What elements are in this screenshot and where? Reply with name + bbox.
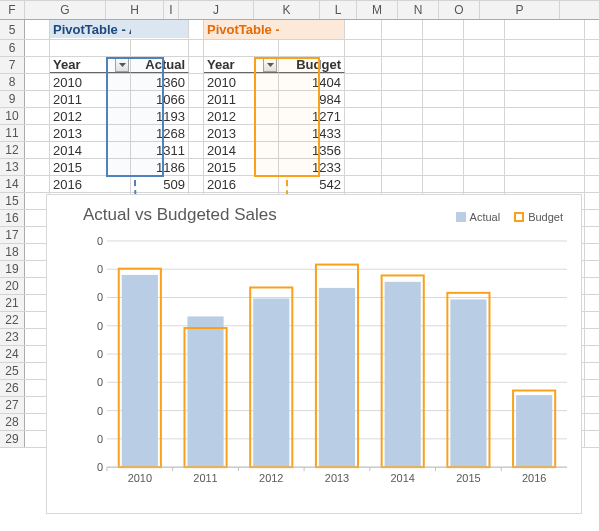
cell[interactable]: 1066 [131, 91, 189, 107]
col-header-M[interactable]: M [357, 1, 398, 19]
cell[interactable] [505, 159, 585, 175]
cell[interactable] [423, 74, 464, 90]
cell[interactable] [345, 74, 382, 90]
row-header[interactable]: 19 [0, 261, 25, 277]
cell[interactable] [423, 108, 464, 124]
cell[interactable]: 2012 [204, 108, 279, 124]
cell[interactable] [25, 176, 50, 192]
cell[interactable] [189, 159, 204, 175]
cell[interactable] [189, 91, 204, 107]
cell[interactable] [505, 40, 585, 56]
cell[interactable] [464, 159, 505, 175]
cell[interactable] [189, 142, 204, 158]
cell[interactable]: 1268 [131, 125, 189, 141]
cell[interactable] [345, 142, 382, 158]
header-year-b[interactable]: Year [204, 57, 279, 73]
cell[interactable]: 1233 [279, 159, 345, 175]
cell[interactable] [189, 176, 204, 192]
cell[interactable]: 2015 [204, 159, 279, 175]
cell[interactable] [423, 159, 464, 175]
cell[interactable] [279, 20, 345, 39]
cell[interactable] [189, 57, 204, 73]
col-header-F[interactable]: F [0, 1, 25, 19]
cell[interactable] [189, 20, 204, 39]
cell[interactable] [25, 40, 50, 56]
cell[interactable] [25, 125, 50, 141]
cell[interactable] [423, 176, 464, 192]
col-header-I[interactable]: I [164, 1, 179, 19]
cell[interactable] [382, 108, 423, 124]
row-header[interactable]: 13 [0, 159, 25, 175]
cell[interactable] [505, 142, 585, 158]
cell[interactable] [131, 40, 189, 56]
cell[interactable] [25, 91, 50, 107]
cell[interactable] [189, 74, 204, 90]
cell[interactable] [505, 125, 585, 141]
cell[interactable]: 984 [279, 91, 345, 107]
row-header[interactable]: 27 [0, 397, 25, 413]
cell[interactable] [464, 57, 505, 73]
row-header[interactable]: 26 [0, 380, 25, 396]
row-header[interactable]: 10 [0, 108, 25, 124]
cell[interactable]: 2012 [50, 108, 131, 124]
cell[interactable]: 1404 [279, 74, 345, 90]
cell[interactable] [505, 57, 585, 73]
cell[interactable] [25, 108, 50, 124]
cell[interactable]: 1360 [131, 74, 189, 90]
filter-dropdown-icon[interactable] [263, 58, 277, 72]
cell[interactable] [464, 74, 505, 90]
cell[interactable] [505, 108, 585, 124]
pivot-title-actual[interactable]: PivotTable - Actual [50, 20, 131, 39]
cell[interactable] [345, 91, 382, 107]
cell[interactable] [505, 74, 585, 90]
pivot-title-budget[interactable]: PivotTable - Budget [204, 20, 279, 39]
row-header[interactable]: 6 [0, 40, 25, 56]
cell[interactable] [25, 159, 50, 175]
cell[interactable] [423, 91, 464, 107]
col-header-P[interactable]: P [480, 1, 560, 19]
cell[interactable] [382, 91, 423, 107]
cell[interactable] [50, 40, 131, 56]
cell[interactable] [345, 57, 382, 73]
row-header[interactable]: 24 [0, 346, 25, 362]
row-header[interactable]: 25 [0, 363, 25, 379]
cell[interactable] [505, 20, 585, 39]
col-header-L[interactable]: L [320, 1, 357, 19]
cell[interactable] [189, 108, 204, 124]
col-header-K[interactable]: K [254, 1, 320, 19]
cell[interactable]: 542 [279, 176, 345, 192]
cell[interactable]: 1186 [131, 159, 189, 175]
cell[interactable] [464, 91, 505, 107]
header-budget[interactable]: Budget [279, 57, 345, 73]
cell[interactable]: 1271 [279, 108, 345, 124]
cell[interactable] [464, 142, 505, 158]
cell[interactable] [345, 125, 382, 141]
chart-container[interactable]: Actual vs Budgeted Sales Actual Budget 0… [46, 194, 582, 514]
row-header[interactable]: 15 [0, 193, 25, 209]
cell[interactable]: 1433 [279, 125, 345, 141]
cell[interactable] [345, 20, 382, 39]
row-header[interactable]: 23 [0, 329, 25, 345]
cell[interactable] [345, 159, 382, 175]
cell[interactable] [505, 91, 585, 107]
row-header[interactable]: 22 [0, 312, 25, 328]
cell[interactable]: 2016 [50, 176, 131, 192]
cell[interactable]: 509 [131, 176, 189, 192]
cell[interactable] [382, 142, 423, 158]
row-header[interactable]: 12 [0, 142, 25, 158]
row-header[interactable]: 9 [0, 91, 25, 107]
cell[interactable] [382, 57, 423, 73]
cell[interactable] [189, 125, 204, 141]
cell[interactable] [464, 125, 505, 141]
header-actual[interactable]: Actual [131, 57, 189, 73]
cell[interactable] [204, 40, 279, 56]
col-header-J[interactable]: J [179, 1, 254, 19]
cell[interactable]: 2015 [50, 159, 131, 175]
row-header[interactable]: 21 [0, 295, 25, 311]
row-header[interactable]: 18 [0, 244, 25, 260]
cell[interactable] [382, 125, 423, 141]
cell[interactable] [505, 176, 585, 192]
cell[interactable]: 1193 [131, 108, 189, 124]
row-header[interactable]: 16 [0, 210, 25, 226]
cell[interactable]: 2013 [50, 125, 131, 141]
